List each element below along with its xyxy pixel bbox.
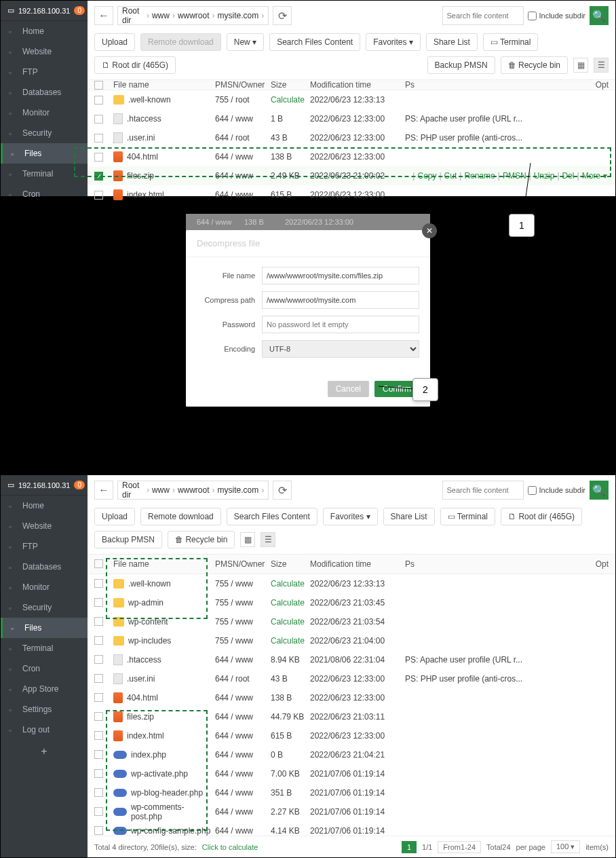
select-all-checkbox[interactable] [94, 559, 103, 568]
table-row[interactable]: .user.ini644 / root43 B2022/06/23 12:33:… [88, 128, 615, 147]
row-checkbox[interactable] [94, 134, 103, 143]
table-row[interactable]: wp-comments-post.php644 / www2.27 KB2021… [88, 802, 615, 821]
table-row[interactable]: index.html644 / www615 B2022/06/23 12:33… [88, 185, 615, 204]
remote-download-button[interactable]: Remote download [140, 33, 221, 51]
encoding-select[interactable]: UTF-8 [262, 340, 419, 358]
table-row[interactable]: wp-content755 / wwwCalculate2022/06/23 2… [88, 612, 615, 631]
breadcrumb[interactable]: Root dir›www›wwwroot›mysite.com› [117, 481, 269, 500]
row-checkbox[interactable] [94, 115, 103, 124]
reload-button[interactable]: ⟳ [273, 6, 292, 25]
col-pmsn[interactable]: PMSN/Owner [215, 80, 271, 90]
table-row[interactable]: wp-config-sample.php644 / www4.14 KB2021… [88, 821, 615, 836]
action-rename[interactable]: Rename [464, 171, 495, 181]
search-input[interactable] [442, 481, 524, 500]
table-row[interactable]: 404.html644 / www138 B2022/06/23 12:33:0… [88, 147, 615, 166]
add-icon[interactable]: + [1, 740, 88, 763]
row-checkbox[interactable] [94, 674, 103, 683]
row-checkbox[interactable] [94, 172, 103, 181]
share-list-button[interactable]: Share List [383, 508, 435, 525]
file-name[interactable]: wp-activate.php [131, 769, 188, 779]
row-checkbox[interactable] [94, 191, 103, 200]
alert-badge[interactable]: 0 [74, 6, 85, 15]
col-name[interactable]: File name [113, 559, 215, 569]
file-name[interactable]: files.zip [127, 171, 154, 181]
search-files-button[interactable]: Search Files Content [227, 508, 317, 525]
sidebar-item-terminal[interactable]: ▫Terminal [1, 164, 88, 184]
size[interactable]: Calculate [271, 636, 310, 646]
file-name[interactable]: wp-comments-post.php [131, 802, 215, 821]
col-size[interactable]: Size [271, 559, 310, 569]
table-row[interactable]: .htaccess644 / www1 B2022/06/23 12:33:00… [88, 109, 615, 128]
close-icon[interactable]: ✕ [422, 223, 437, 238]
file-name[interactable]: 404.html [127, 693, 158, 703]
file-name-input[interactable] [262, 267, 419, 284]
table-row[interactable]: .well-known755 / wwwCalculate2022/06/23 … [88, 574, 615, 593]
col-mod[interactable]: Modification time [310, 559, 405, 569]
row-checkbox[interactable] [94, 769, 103, 778]
row-checkbox[interactable] [94, 655, 103, 664]
row-checkbox[interactable] [94, 693, 103, 702]
sidebar-item-databases[interactable]: ▫Databases [1, 82, 88, 102]
col-mod[interactable]: Modification time [310, 80, 405, 90]
cancel-button[interactable]: Cancel [328, 381, 369, 397]
action-copy[interactable]: Copy [417, 171, 436, 181]
upload-button[interactable]: Upload [94, 508, 135, 525]
file-name[interactable]: .user.ini [127, 133, 155, 143]
root-dir-button[interactable]: 🗋 Root dir (465G) [94, 56, 176, 74]
terminal-button[interactable]: ▭ Terminal [483, 33, 538, 51]
col-size[interactable]: Size [271, 80, 310, 90]
table-row[interactable]: wp-includes755 / wwwCalculate2022/06/23 … [88, 631, 615, 650]
sidebar-item-ftp[interactable]: ▫FTP [1, 62, 88, 82]
breadcrumb[interactable]: Root dir›www›wwwroot›mysite.com› [117, 6, 269, 25]
subdir-checkbox[interactable]: Include subdir [528, 486, 586, 495]
row-checkbox[interactable] [94, 807, 103, 816]
file-name[interactable]: wp-includes [128, 636, 171, 646]
action-unzip[interactable]: Unzip [534, 171, 555, 181]
file-name[interactable]: index.php [131, 750, 166, 760]
search-button[interactable]: 🔍 [590, 481, 609, 500]
per-page-select[interactable]: 100 ▾ [551, 840, 580, 853]
search-files-button[interactable]: Search Files Content [269, 33, 360, 51]
favorites-button[interactable]: Favorites ▾ [366, 33, 421, 51]
share-list-button[interactable]: Share List [426, 33, 478, 51]
file-name[interactable]: .htaccess [127, 114, 161, 124]
back-button[interactable]: ← [94, 481, 113, 500]
row-checkbox[interactable] [94, 617, 103, 626]
file-name[interactable]: index.html [127, 731, 164, 741]
new-button[interactable]: New ▾ [227, 33, 264, 51]
breadcrumb-seg[interactable]: Root dir [122, 481, 144, 500]
size[interactable]: Calculate [271, 598, 310, 608]
file-name[interactable]: files.zip [127, 712, 154, 722]
sidebar-item-cron[interactable]: ▫Cron [1, 184, 88, 204]
back-button[interactable]: ← [94, 6, 113, 25]
table-row[interactable]: index.html644 / www615 B2022/06/23 12:33… [88, 726, 615, 745]
file-name[interactable]: wp-config-sample.php [131, 826, 210, 836]
reload-button[interactable]: ⟳ [273, 481, 292, 500]
file-name[interactable]: wp-admin [128, 598, 163, 608]
recycle-button[interactable]: 🗑 Recycle bin [168, 531, 235, 548]
recycle-button[interactable]: 🗑 Recycle bin [501, 56, 568, 74]
sidebar-item-website[interactable]: ▫Website [1, 41, 88, 62]
sidebar-item-cron[interactable]: ▫Cron [1, 658, 88, 679]
row-checkbox[interactable] [94, 712, 103, 721]
size[interactable]: Calculate [271, 617, 310, 627]
sidebar-item-files[interactable]: ▫Files [1, 618, 88, 638]
file-name[interactable]: wp-content [128, 617, 168, 627]
sidebar-item-settings[interactable]: ▫Settings [1, 699, 88, 720]
sidebar-item-monitor[interactable]: ▫Monitor [1, 102, 88, 123]
breadcrumb-seg[interactable]: Root dir [122, 6, 144, 25]
file-name[interactable]: wp-blog-header.php [131, 788, 203, 798]
sidebar-item-terminal[interactable]: ▫Terminal [1, 638, 88, 658]
table-row[interactable]: .htaccess644 / www8.94 KB2021/08/06 22:3… [88, 650, 615, 669]
row-checkbox[interactable] [94, 826, 103, 835]
sidebar-item-security[interactable]: ▫Security [1, 123, 88, 143]
sidebar-item-monitor[interactable]: ▫Monitor [1, 577, 88, 597]
search-button[interactable]: 🔍 [590, 6, 609, 25]
table-row[interactable]: index.php644 / www0 B2022/06/23 21:04:21 [88, 745, 615, 764]
click-calculate[interactable]: Click to calculate [202, 843, 258, 851]
row-checkbox[interactable] [94, 731, 103, 740]
sidebar-item-website[interactable]: ▫Website [1, 516, 88, 536]
sidebar-item-home[interactable]: ▫Home [1, 496, 88, 516]
remote-download-button[interactable]: Remote download [140, 508, 221, 525]
sidebar-item-ftp[interactable]: ▫FTP [1, 536, 88, 557]
